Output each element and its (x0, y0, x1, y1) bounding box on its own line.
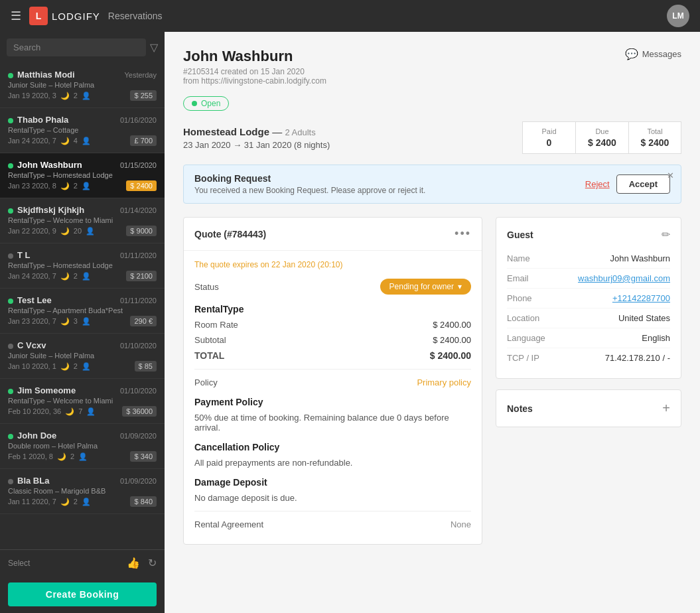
list-item[interactable]: Thabo Phala 01/16/2020 RentalType – Cott… (0, 108, 165, 153)
search-input[interactable] (7, 38, 146, 56)
notes-title: Notes (507, 403, 533, 414)
select-label: Select (8, 559, 30, 568)
guest-name: C Vcxv (17, 340, 46, 350)
more-options-icon[interactable]: ••• (455, 227, 471, 241)
policy-value[interactable]: Primary policy (417, 377, 471, 387)
property-sub: RentalType – Welcome to Miami (8, 216, 157, 224)
list-item[interactable]: T L 01/11/2020 RentalType – Homestead Lo… (0, 243, 165, 289)
guest-name: Jim Someome (17, 385, 76, 395)
total-row: TOTAL $ 2400.00 (194, 350, 471, 361)
messages-button[interactable]: 💬 Messages (625, 48, 681, 60)
payment-policy-text: 50% due at time of booking. Remaining ba… (194, 413, 471, 433)
price-badge: $ 255 (130, 90, 157, 101)
filter-icon[interactable]: ▽ (150, 41, 158, 54)
booking-info: John Washburn #2105314 created on 15 Jan… (183, 48, 326, 86)
add-note-icon[interactable]: + (662, 401, 670, 416)
phone-value[interactable]: +12142287700 (612, 293, 670, 303)
cancellation-text: All paid prepayments are non-refundable. (194, 458, 471, 468)
logo-icon: L (29, 7, 48, 25)
property-sub: RentalType – Apartment Buda*Pest (8, 306, 157, 314)
stay-dates: Jan 10 2020, 1 🌙 2 👤 (8, 362, 91, 371)
create-booking-button[interactable]: Create Booking (8, 582, 157, 606)
property-sub: RentalType – Homestead Lodge (8, 261, 157, 269)
booking-date: 01/16/2020 (120, 116, 157, 124)
sidebar-footer-icons: 👍 ↻ (127, 557, 157, 569)
guest-name: Thabo Phala (17, 115, 68, 125)
guest-name: John Washburn (17, 160, 82, 170)
list-item[interactable]: C Vcxv 01/10/2020 Junior Suite – Hotel P… (0, 334, 165, 379)
total-value: $ 2400 (640, 137, 670, 148)
guest-name: John Doe (17, 431, 56, 441)
notes-card: Notes + (496, 389, 681, 427)
stay-dates: Jan 23 2020, 7 🌙 3 👤 (8, 317, 91, 326)
booking-created: created on 15 Jan 2020 (221, 67, 305, 76)
name-label: Name (507, 253, 530, 263)
cancellation-title: Cancellation Policy (194, 442, 471, 452)
guest-email-row: Email washburj09@gmail.com (507, 269, 670, 289)
guest-name-row: Name John Washburn (507, 249, 670, 269)
banner-content: Booking Request You received a new Booki… (194, 173, 425, 195)
brand-name: LODGIFY (52, 11, 100, 22)
due-value: $ 2400 (587, 137, 618, 148)
refresh-icon[interactable]: ↻ (148, 557, 157, 569)
list-item[interactable]: Jim Someome 01/10/2020 RentalType – Welc… (0, 379, 165, 424)
total-value: $ 2400.00 (430, 350, 471, 361)
property-sub: RentalType – Cottage (8, 126, 157, 134)
stay-dates: Feb 1 2020, 8 🌙 2 👤 (8, 452, 88, 461)
booking-title: John Washburn (183, 48, 326, 65)
accept-button[interactable]: Accept (616, 174, 670, 194)
damage-deposit-text: No damage deposit is due. (194, 493, 471, 503)
price-badge: $ 2100 (126, 271, 157, 281)
quote-card: Quote (#784443) ••• The quote expires on… (183, 217, 482, 545)
price-badge: $ 85 (135, 361, 157, 372)
rental-agreement-row: Rental Agreement None (194, 519, 471, 529)
tcp-value: 71.42.178.210 / - (605, 353, 670, 363)
guest-card-header: Guest ✏ (507, 228, 670, 241)
logo: L LODGIFY (29, 7, 100, 25)
booking-id: #2105314 (183, 67, 218, 76)
list-item[interactable]: Matthias Modi Yesterday Junior Suite – H… (0, 63, 165, 108)
stay-dates: Jan 24 2020, 7 🌙 4 👤 (8, 137, 91, 145)
guest-name: Matthias Modi (17, 70, 75, 80)
property-bar: Homestead Lodge — 2 Adults 23 Jan 2020 →… (183, 121, 681, 154)
list-item[interactable]: Test Lee 01/11/2020 RentalType – Apartme… (0, 289, 165, 334)
status-dot (8, 344, 13, 349)
open-dot (192, 101, 197, 106)
subtotal-value: $ 2400.00 (433, 335, 471, 345)
status-label: Status (194, 282, 219, 292)
stay-dates: Jan 19 2020, 3 🌙 2 👤 (8, 92, 91, 100)
rental-agreement-value: None (451, 519, 471, 529)
list-item[interactable]: Bla BLa 01/09/2020 Classic Room – Marigo… (0, 469, 165, 514)
quote-card-header: Quote (#784443) ••• (184, 218, 482, 251)
guest-name: Skjdfhskj Kjhkjh (17, 205, 84, 215)
status-badge: Open (183, 96, 229, 111)
main-layout: ▽ Matthias Modi Yesterday Junior Suite –… (0, 32, 700, 613)
avatar[interactable]: LM (667, 5, 689, 27)
list-item[interactable]: John Washburn 01/15/2020 RentalType – Ho… (0, 153, 165, 198)
language-label: Language (507, 333, 545, 343)
status-button[interactable]: Pending for owner ▾ (380, 279, 471, 295)
status-dot (8, 118, 13, 123)
hamburger-icon[interactable]: ☰ (11, 9, 21, 23)
status-dot (8, 434, 13, 439)
rental-type-section: RentalType (194, 304, 471, 314)
quote-expires: The quote expires on 22 Jan 2020 (20:10) (194, 260, 471, 269)
total-box: Total $ 2400 (628, 121, 681, 154)
two-column-layout: Quote (#784443) ••• The quote expires on… (183, 217, 681, 555)
email-value[interactable]: washburj09@gmail.com (578, 273, 670, 283)
edit-icon[interactable]: ✏ (662, 228, 670, 241)
price-badge: $ 9000 (126, 226, 157, 236)
list-item[interactable]: John Doe 01/09/2020 Double room – Hotel … (0, 424, 165, 469)
price-badge: £ 700 (130, 135, 157, 146)
close-icon[interactable]: ✕ (667, 170, 674, 180)
paid-value: 0 (533, 137, 565, 148)
thumb-icon[interactable]: 👍 (127, 557, 140, 569)
sidebar: ▽ Matthias Modi Yesterday Junior Suite –… (0, 32, 165, 613)
list-item[interactable]: Skjdfhskj Kjhkjh 01/14/2020 RentalType –… (0, 198, 165, 243)
guest-card: Guest ✏ Name John Washburn Email washbur… (496, 217, 681, 379)
main-content: John Washburn #2105314 created on 15 Jan… (165, 32, 700, 613)
due-label: Due (587, 127, 618, 135)
reject-button[interactable]: Reject (585, 174, 610, 194)
banner-title: Booking Request (194, 173, 425, 184)
payment-policy-title: Payment Policy (194, 397, 471, 407)
